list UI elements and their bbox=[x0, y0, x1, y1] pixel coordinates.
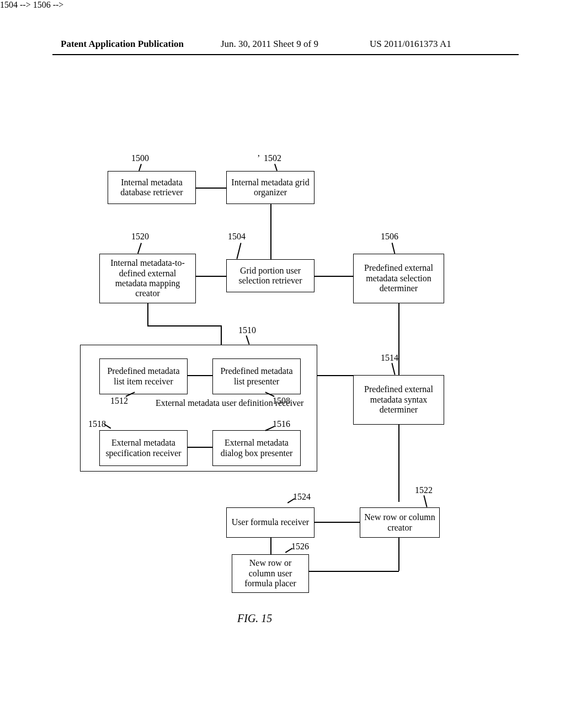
node-predefined-metadata-list-presenter: Predefined metadata list presenter bbox=[212, 358, 301, 394]
connector bbox=[147, 325, 221, 326]
connector bbox=[147, 303, 148, 325]
leader-1504 bbox=[236, 243, 241, 259]
leader-1520 bbox=[137, 243, 142, 253]
ref-1524: 1524 bbox=[293, 492, 311, 502]
figure-caption: FIG. 15 bbox=[237, 612, 272, 625]
leader-1510 bbox=[246, 335, 249, 345]
ref-1514: 1514 bbox=[381, 353, 398, 363]
ref-1500: 1500 bbox=[131, 153, 149, 163]
ref-1502: 1502 bbox=[264, 153, 281, 163]
node-external-metadata-specification-receiver: External metadata specification receiver bbox=[99, 430, 188, 466]
connector bbox=[315, 276, 353, 277]
ref-1516: 1516 bbox=[273, 419, 290, 429]
connector bbox=[315, 522, 360, 523]
label-external-metadata-user-definition-receiver: External metadata user definition receiv… bbox=[156, 398, 266, 408]
ref-1506: 1506 bbox=[381, 232, 398, 242]
node-internal-to-external-mapping-creator: Internal metadata-to-defined external me… bbox=[99, 254, 196, 303]
connector bbox=[196, 276, 226, 277]
connector bbox=[398, 303, 399, 375]
ref-1504: 1504 bbox=[228, 232, 246, 242]
page: Patent Application Publication Jun. 30, … bbox=[0, 0, 565, 728]
connector bbox=[398, 538, 399, 571]
leader-1514 bbox=[391, 363, 395, 375]
node-internal-metadata-grid-organizer: Internal metadata grid organizer bbox=[226, 171, 315, 204]
connector bbox=[398, 425, 399, 502]
node-predefined-external-metadata-syntax-determiner: Predefined external metadata syntax dete… bbox=[353, 375, 444, 425]
connector bbox=[270, 204, 271, 259]
connector bbox=[221, 325, 222, 345]
connector bbox=[188, 447, 212, 448]
leader-1502 bbox=[274, 164, 277, 171]
node-predefined-metadata-list-item-receiver: Predefined metadata list item receiver bbox=[99, 358, 188, 394]
connector bbox=[196, 188, 226, 189]
node-predefined-external-metadata-selection-determiner: Predefined external metadata selection d… bbox=[353, 254, 444, 303]
connector bbox=[309, 571, 399, 572]
leader-1500 bbox=[138, 164, 141, 171]
node-internal-metadata-database-retriever: Internal metadata database retriever bbox=[108, 171, 196, 204]
ref-1510: 1510 bbox=[238, 325, 256, 335]
ref-1512: 1512 bbox=[110, 396, 128, 406]
connector bbox=[270, 538, 271, 554]
node-grid-portion-user-selection-retriever: Grid portion user selection retriever bbox=[226, 259, 315, 292]
node-user-formula-receiver: User formula receiver bbox=[226, 507, 315, 538]
diagram-figure-15: Internal metadata database retriever Int… bbox=[0, 0, 565, 728]
leader-1522 bbox=[423, 495, 427, 507]
node-new-row-or-column-user-formula-placer: New row or column user formula placer bbox=[232, 554, 309, 593]
ref-1522: 1522 bbox=[415, 485, 433, 495]
node-new-row-or-column-creator: New row or column creator bbox=[360, 507, 440, 538]
ref-1518: 1518 bbox=[88, 419, 106, 429]
ref-1502-tick: ’ bbox=[257, 153, 260, 163]
ref-1520: 1520 bbox=[131, 232, 149, 242]
ref-1526: 1526 bbox=[291, 542, 309, 552]
leader-1506 bbox=[392, 243, 395, 254]
connector bbox=[188, 375, 212, 376]
node-external-metadata-dialog-box-presenter: External metadata dialog box presenter bbox=[212, 430, 301, 466]
